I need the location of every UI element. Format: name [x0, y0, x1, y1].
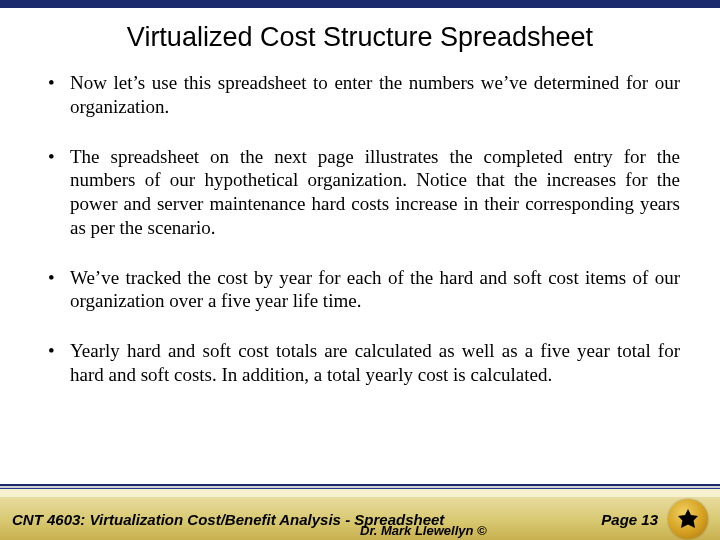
- footer-right: Page 13: [601, 493, 708, 539]
- top-accent-bar: [0, 0, 720, 8]
- slide-footer: CNT 4603: Virtualization Cost/Benefit An…: [0, 484, 720, 540]
- footer-course: CNT 4603: Virtualization Cost/Benefit An…: [12, 505, 601, 528]
- slide-body: Now let’s use this spreadsheet to enter …: [0, 71, 720, 387]
- bullet-item: Now let’s use this spreadsheet to enter …: [40, 71, 680, 119]
- footer-content: CNT 4603: Virtualization Cost/Benefit An…: [0, 492, 720, 540]
- bullet-item: Yearly hard and soft cost totals are cal…: [40, 339, 680, 387]
- slide-title: Virtualized Cost Structure Spreadsheet: [0, 22, 720, 53]
- footer-divider: [0, 486, 720, 488]
- footer-page: Page 13: [601, 511, 658, 528]
- bullet-list: Now let’s use this spreadsheet to enter …: [40, 71, 680, 387]
- bullet-item: The spreadsheet on the next page illustr…: [40, 145, 680, 240]
- ucf-logo-icon: [668, 499, 708, 539]
- bullet-item: We’ve tracked the cost by year for each …: [40, 266, 680, 314]
